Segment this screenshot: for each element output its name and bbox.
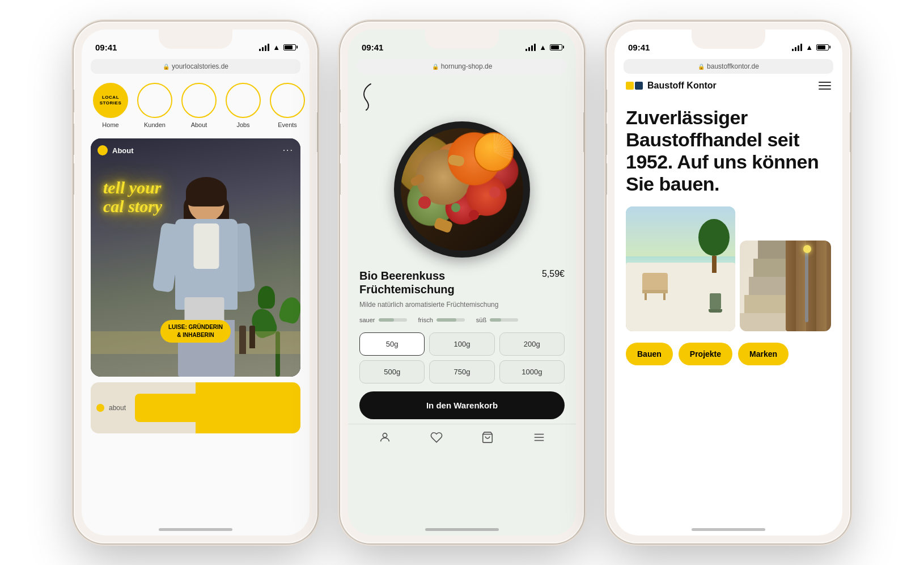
nav-item-jobs[interactable]: Jobs	[226, 83, 261, 128]
url-text-2: hornung-shop.de	[441, 62, 493, 70]
product-price: 5,59€	[542, 269, 565, 279]
weight-grid: 50g 100g 200g 500g 750g 1000g	[359, 332, 565, 383]
nav-label-jobs: Jobs	[236, 121, 249, 128]
taste-bars: sauer frisch süß	[359, 317, 565, 323]
profile-icon[interactable]	[379, 431, 391, 446]
heart-icon[interactable]	[430, 431, 443, 446]
add-to-cart-button[interactable]: In den Warenkorb	[359, 391, 565, 419]
home-indicator-2	[425, 528, 499, 531]
notch-3	[692, 29, 765, 49]
phone1-screen: 09:41 ▲ 🔒 yourlocalstories.de LOCA	[82, 29, 310, 536]
thumb-label: about	[109, 404, 126, 412]
berry-2	[469, 210, 479, 220]
story-header: About ···	[98, 145, 294, 155]
cart-icon[interactable]	[481, 431, 494, 446]
screen-content-1: LOCAL STORIES Home Kunden About Jobs	[82, 74, 310, 536]
neon-text: tell your cal story	[103, 178, 162, 216]
notch	[159, 29, 232, 49]
taste-label-frisch: frisch	[418, 317, 433, 323]
staircase-image	[740, 241, 831, 331]
person-badge: LUISE: GRÜNDERIN & INHABERIN	[160, 320, 231, 343]
phone-2: 09:41 ▲ 🔒 hornung-shop.de	[340, 22, 584, 543]
svg-point-0	[383, 433, 387, 437]
taste-sauer: sauer	[359, 317, 407, 323]
time-display-3: 09:41	[628, 43, 650, 52]
wifi-icon-2: ▲	[539, 43, 546, 52]
nav-item-about[interactable]: About	[181, 83, 217, 128]
weight-750g[interactable]: 750g	[429, 360, 494, 383]
nav-item-events[interactable]: Events	[270, 83, 305, 128]
product-description: Milde natürlich aromatisierte Früchtemis…	[359, 301, 565, 309]
story-card[interactable]: tell your cal story About ··· LUISE: GR	[91, 138, 300, 377]
shop-logo	[348, 74, 576, 116]
signal-icon-1	[259, 44, 269, 51]
url-bar-2[interactable]: 🔒 hornung-shop.de	[357, 59, 567, 74]
url-bar-3[interactable]: 🔒 baustoffkontor.de	[624, 59, 833, 74]
bk-logo-squares	[626, 82, 643, 90]
volume-up-button-3	[607, 124, 607, 155]
status-icons-2: ▲	[525, 43, 562, 52]
nav-circle-kunden	[137, 83, 172, 118]
story-dot	[98, 145, 108, 155]
bk-pills: Bauen Projekte Marken	[614, 343, 842, 365]
weight-50g[interactable]: 50g	[359, 332, 425, 356]
home-indicator-3	[692, 528, 765, 531]
bottom-thumbnail[interactable]: about	[91, 382, 300, 433]
badge-line1: LUISE: GRÜNDERIN	[168, 323, 223, 331]
url-text-3: baustoffkontor.de	[707, 62, 759, 70]
wifi-icon-3: ▲	[806, 43, 813, 52]
taste-suss: süß	[476, 317, 518, 323]
nav-circle-about	[181, 83, 217, 118]
url-bar-1[interactable]: 🔒 yourlocalstories.de	[91, 59, 300, 74]
product-image-container	[348, 116, 576, 269]
lock-icon-3: 🔒	[698, 64, 705, 70]
phone3-screen: 09:41 ▲ 🔒 baustoffkontor.de	[614, 29, 842, 536]
volume-up-button	[74, 124, 74, 155]
taste-label-sauer: sauer	[359, 317, 375, 323]
pill-bauen[interactable]: Bauen	[626, 343, 673, 365]
pill-projekte[interactable]: Projekte	[679, 343, 732, 365]
power-button-2	[583, 112, 584, 152]
outdoor-scene	[626, 206, 735, 331]
nav-label-home: Home	[102, 121, 118, 128]
silent-switch-2	[340, 90, 341, 112]
hornung-logo-glyph	[359, 83, 376, 111]
wifi-icon-1: ▲	[273, 43, 280, 52]
taste-bar-suss-bg	[490, 318, 518, 322]
hamburger-line-3	[819, 88, 831, 90]
pill-marken[interactable]: Marken	[738, 343, 789, 365]
battery-icon-1	[283, 44, 296, 50]
power-button	[317, 112, 317, 152]
nav-item-home[interactable]: LOCAL STORIES Home	[93, 83, 128, 128]
battery-icon-3	[816, 44, 829, 50]
bk-images	[614, 206, 842, 331]
hamburger-line-2	[819, 85, 831, 86]
weight-200g[interactable]: 200g	[499, 332, 565, 356]
lock-icon-1: 🔒	[163, 64, 169, 70]
taste-bar-frisch-fill	[436, 318, 456, 322]
nav-label-about: About	[191, 121, 207, 128]
weight-1000g[interactable]: 1000g	[499, 360, 565, 383]
nav-item-kunden[interactable]: Kunden	[137, 83, 172, 128]
logo-square-yellow	[626, 82, 634, 90]
volume-down-button-3	[607, 163, 607, 195]
thumb-dot	[96, 404, 104, 412]
story-more-icon[interactable]: ···	[283, 145, 294, 155]
screen-content-2: Bio Beerenkuss Früchtemischung 5,59€ Mil…	[348, 74, 576, 536]
volume-up-button-2	[340, 124, 341, 155]
phone2-screen: 09:41 ▲ 🔒 hornung-shop.de	[348, 29, 576, 536]
url-text-1: yourlocalstories.de	[172, 62, 228, 70]
phone-1: 09:41 ▲ 🔒 yourlocalstories.de LOCA	[74, 22, 317, 543]
menu-icon[interactable]	[533, 431, 545, 446]
taste-label-suss: süß	[476, 317, 486, 323]
outdoor-image	[626, 206, 735, 331]
status-icons-3: ▲	[792, 43, 829, 52]
hamburger-menu[interactable]	[819, 82, 831, 90]
product-name: Bio Beerenkuss Früchtemischung	[359, 269, 535, 296]
nav-circle-jobs	[226, 83, 261, 118]
nav-circles: LOCAL STORIES Home Kunden About Jobs	[82, 74, 310, 133]
weight-100g[interactable]: 100g	[429, 332, 494, 356]
weight-500g[interactable]: 500g	[359, 360, 425, 383]
story-header-left: About	[98, 145, 134, 155]
bk-logo: Baustoff Kontor	[626, 81, 717, 91]
